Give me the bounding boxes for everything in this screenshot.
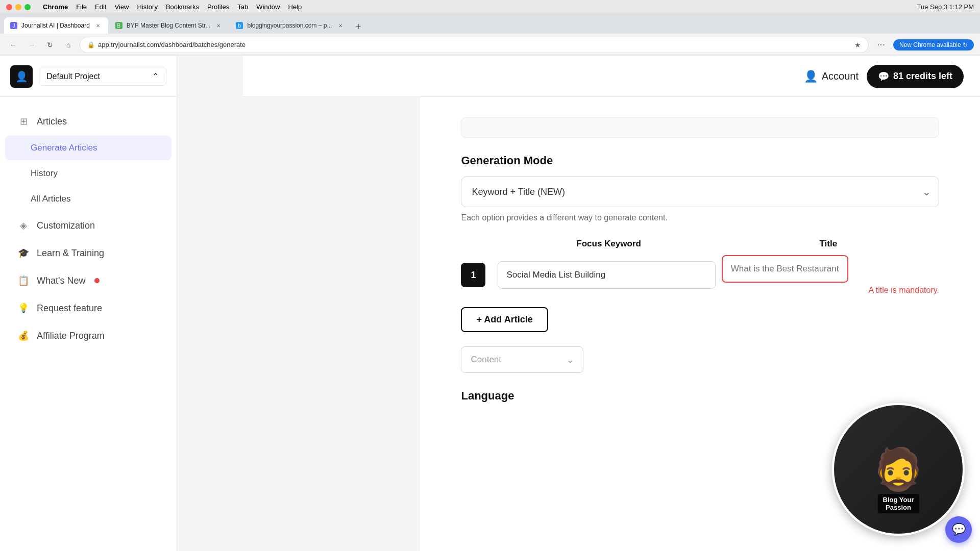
mac-menu-history[interactable]: History xyxy=(137,3,157,11)
col-keyword: Focus Keyword xyxy=(502,239,715,249)
generation-mode-helper: Each option provides a different way to … xyxy=(461,213,939,222)
sidebar: 👤 Default Project ⌃ ⊞ Articles Generate … xyxy=(0,56,177,551)
chat-bubble-button[interactable]: 💬 xyxy=(945,516,972,543)
credits-label: 81 credits left xyxy=(893,71,952,82)
sidebar-item-label-learn: Learn & Training xyxy=(37,248,104,259)
tab-favicon-1: J xyxy=(10,22,17,29)
generation-mode-select[interactable]: Keyword + Title (NEW) Keyword Only Title… xyxy=(461,177,939,207)
minimize-dot[interactable] xyxy=(15,4,21,10)
tab-journalist-dashboard[interactable]: J Journalist AI | Dashboard ✕ xyxy=(4,17,108,34)
mac-menu-file[interactable]: File xyxy=(76,3,87,11)
sidebar-item-customization[interactable]: ◈ Customization xyxy=(5,212,172,239)
generation-mode-dropdown-wrapper: Keyword + Title (NEW) Keyword Only Title… xyxy=(461,177,939,207)
sidebar-item-label-generate: Generate Articles xyxy=(31,143,97,153)
tab-title-1: Journalist AI | Dashboard xyxy=(21,22,90,29)
tab-favicon-3: b xyxy=(236,22,243,29)
mac-menu-view[interactable]: View xyxy=(114,3,129,11)
back-button[interactable]: ← xyxy=(6,38,20,52)
sidebar-item-label-whats-new: What's New xyxy=(37,276,85,286)
chrome-tab-bar: J Journalist AI | Dashboard ✕ B BYP Mast… xyxy=(0,14,980,34)
content-dropdown-chevron-icon: ⌄ xyxy=(567,355,574,365)
add-article-button[interactable]: + Add Article xyxy=(461,307,548,332)
sidebar-item-history[interactable]: History xyxy=(5,161,172,186)
sidebar-item-label-all-articles: All Articles xyxy=(31,194,70,204)
video-label: Blog YourPassion xyxy=(878,494,919,513)
app-logo: 👤 xyxy=(10,65,33,88)
tab-close-1[interactable]: ✕ xyxy=(94,21,102,30)
top-header: 👤 Account 💬 81 credits left xyxy=(243,56,980,97)
home-button[interactable]: ⌂ xyxy=(61,38,76,52)
tab-close-3[interactable]: ✕ xyxy=(336,21,345,30)
sidebar-item-label-customization: Customization xyxy=(37,220,95,231)
content-dropdown-button[interactable]: Content ⌄ xyxy=(461,346,583,373)
generation-mode-section: Generation Mode Keyword + Title (NEW) Ke… xyxy=(461,154,939,222)
sidebar-item-label-affiliate: Affiliate Program xyxy=(37,331,105,341)
tab-blogging[interactable]: b bloggingyourpassion.com – p... ✕ xyxy=(230,17,350,34)
mac-menu-tab[interactable]: Tab xyxy=(237,3,248,11)
sidebar-item-affiliate[interactable]: 💰 Affiliate Program xyxy=(5,322,172,349)
sidebar-item-request[interactable]: 💡 Request feature xyxy=(5,295,172,321)
url-text: app.tryjournalist.com/dashboard/batches/… xyxy=(98,41,851,48)
title-cell: A title is mandatory. xyxy=(722,255,939,295)
mac-menu-chrome[interactable]: Chrome xyxy=(43,3,68,11)
notification-dot xyxy=(94,278,100,283)
tab-close-2[interactable]: ✕ xyxy=(214,21,223,30)
url-bar[interactable]: 🔒 app.tryjournalist.com/dashboard/batche… xyxy=(80,37,869,53)
close-dot[interactable] xyxy=(6,4,12,10)
account-button[interactable]: 👤 Account xyxy=(804,70,859,83)
title-input-1[interactable] xyxy=(722,255,848,283)
affiliate-icon: 💰 xyxy=(17,330,30,342)
mac-menu-bookmarks[interactable]: Bookmarks xyxy=(166,3,199,11)
tab-favicon-2: B xyxy=(115,22,122,29)
sidebar-item-whats-new[interactable]: 📋 What's New xyxy=(5,267,172,294)
sidebar-item-articles[interactable]: ⊞ Articles xyxy=(5,108,172,135)
account-icon: 👤 xyxy=(804,70,818,83)
mac-menu: Chrome File Edit View History Bookmarks … xyxy=(43,3,302,11)
forward-button[interactable]: → xyxy=(24,38,39,52)
project-selector-chevron: ⌃ xyxy=(152,71,159,81)
sidebar-item-learn[interactable]: 🎓 Learn & Training xyxy=(5,240,172,266)
sidebar-item-generate-articles[interactable]: Generate Articles xyxy=(5,136,172,160)
language-title: Language xyxy=(461,389,939,403)
partial-section-top xyxy=(461,117,939,138)
title-error-message: A title is mandatory. xyxy=(722,286,939,295)
sidebar-item-all-articles[interactable]: All Articles xyxy=(5,187,172,211)
refresh-button[interactable]: ↻ xyxy=(43,38,57,52)
mac-bar: Chrome File Edit View History Bookmarks … xyxy=(0,0,980,14)
row-number-1: 1 xyxy=(461,263,485,287)
video-overlay: 🧔 Blog YourPassion xyxy=(832,403,965,536)
grid-icon: ⊞ xyxy=(17,115,30,128)
whats-new-icon: 📋 xyxy=(17,274,30,287)
content-dropdown-wrapper: Content ⌄ xyxy=(461,346,583,373)
logo-icon: 👤 xyxy=(15,70,28,83)
mac-menu-help[interactable]: Help xyxy=(288,3,302,11)
mac-traffic-lights xyxy=(6,4,31,10)
mac-menu-profiles[interactable]: Profiles xyxy=(207,3,229,11)
customization-icon: ◈ xyxy=(17,219,30,232)
credits-button[interactable]: 💬 81 credits left xyxy=(867,65,964,88)
col-title: Title xyxy=(722,239,935,249)
chrome-update-banner[interactable]: New Chrome available ↻ xyxy=(893,39,974,51)
add-article-label: + Add Article xyxy=(476,314,532,325)
sidebar-nav: ⊞ Articles Generate Articles History All… xyxy=(0,97,177,551)
learn-icon: 🎓 xyxy=(17,247,30,259)
col-number xyxy=(465,239,496,249)
fullscreen-dot[interactable] xyxy=(24,4,31,10)
table-header: Focus Keyword Title xyxy=(461,239,939,249)
project-name: Default Project xyxy=(46,72,100,81)
mac-menu-window[interactable]: Window xyxy=(256,3,280,11)
video-person-avatar: 🧔 xyxy=(873,445,924,493)
keyword-input-1[interactable] xyxy=(498,261,715,289)
address-bar: ← → ↻ ⌂ 🔒 app.tryjournalist.com/dashboar… xyxy=(0,34,980,56)
new-tab-button[interactable]: + xyxy=(352,19,366,34)
keyword-title-table: Focus Keyword Title 1 A title is mandato… xyxy=(461,239,939,295)
mac-menu-edit[interactable]: Edit xyxy=(95,3,106,11)
sidebar-header: 👤 Default Project ⌃ xyxy=(0,56,177,97)
content-dropdown-placeholder: Content xyxy=(471,355,501,365)
generation-mode-title: Generation Mode xyxy=(461,154,939,167)
sidebar-item-label-request: Request feature xyxy=(37,303,102,314)
mac-time: Tue Sep 3 1:12 PM xyxy=(917,3,974,11)
request-icon: 💡 xyxy=(17,302,30,314)
tab-byp[interactable]: B BYP Master Blog Content Str... ✕ xyxy=(109,17,229,34)
project-selector[interactable]: Default Project ⌃ xyxy=(39,67,166,86)
